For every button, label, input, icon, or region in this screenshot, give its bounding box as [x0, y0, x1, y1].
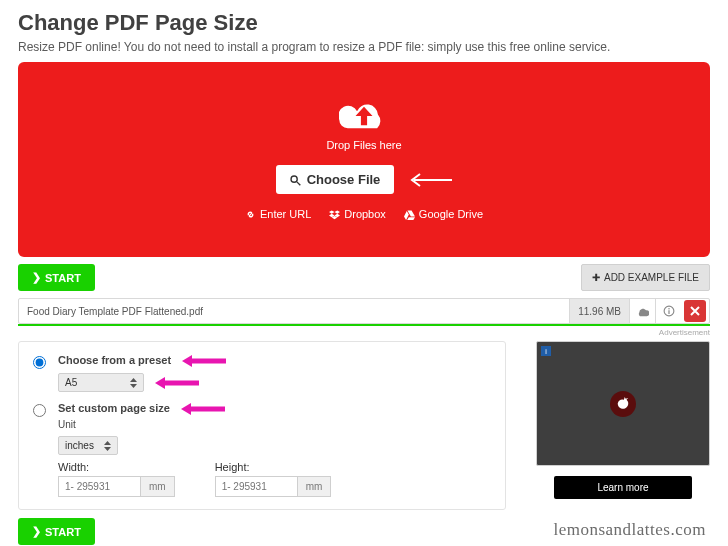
- drop-label: Drop Files here: [326, 139, 401, 151]
- source-links: Enter URL Dropbox Google Drive: [245, 208, 483, 220]
- unit-select[interactable]: inches: [58, 436, 118, 455]
- choose-file-button[interactable]: Choose File: [276, 165, 395, 194]
- arrow-left-icon: [408, 173, 452, 187]
- preset-select[interactable]: A5: [58, 373, 144, 392]
- dropbox-link[interactable]: Dropbox: [329, 208, 386, 220]
- ad-creative[interactable]: i: [536, 341, 710, 466]
- preset-label: Choose from a preset: [58, 354, 171, 366]
- width-label: Width:: [58, 461, 175, 473]
- link-icon: [245, 209, 256, 220]
- svg-marker-9: [155, 377, 165, 389]
- file-name: Food Diary Template PDF Flattened.pdf: [19, 306, 569, 317]
- custom-radio[interactable]: [33, 404, 46, 417]
- google-drive-link[interactable]: Google Drive: [404, 208, 483, 220]
- page-subtitle: Resize PDF online! You do not need to in…: [18, 40, 710, 54]
- svg-rect-5: [668, 310, 669, 314]
- chevron-right-icon: ❯: [32, 271, 41, 284]
- width-unit: mm: [140, 476, 175, 497]
- google-drive-icon: [404, 209, 415, 220]
- height-label: Height:: [215, 461, 332, 473]
- pink-arrow-icon: [155, 377, 199, 389]
- choose-file-label: Choose File: [307, 172, 381, 187]
- chevron-right-icon: ❯: [32, 525, 41, 538]
- preset-radio[interactable]: [33, 356, 46, 369]
- remove-file-button[interactable]: [684, 300, 706, 322]
- info-icon[interactable]: [655, 299, 681, 323]
- dropbox-icon: [329, 209, 340, 220]
- pink-arrow-icon: [182, 355, 226, 367]
- download-icon[interactable]: [629, 299, 655, 323]
- watermark-text: lemonsandlattes.com: [553, 520, 706, 540]
- page-title: Change PDF Page Size: [18, 10, 710, 36]
- learn-more-button[interactable]: Learn more: [554, 476, 692, 499]
- height-input[interactable]: [215, 476, 297, 497]
- pink-arrow-icon: [181, 403, 225, 415]
- start-button-bottom[interactable]: ❯ START: [18, 518, 95, 545]
- ad-logo-icon: [610, 391, 636, 417]
- svg-marker-7: [182, 355, 192, 367]
- advertisement-block: i Learn more: [536, 341, 710, 510]
- file-row: Food Diary Template PDF Flattened.pdf 11…: [18, 298, 710, 324]
- svg-marker-11: [181, 403, 191, 415]
- progress-bar: [18, 324, 710, 326]
- start-button-top[interactable]: ❯ START: [18, 264, 95, 291]
- settings-panel: Choose from a preset A5 Set custom page …: [18, 341, 506, 510]
- svg-point-4: [668, 308, 670, 310]
- custom-label: Set custom page size: [58, 402, 170, 414]
- add-example-button[interactable]: ✚ ADD EXAMPLE FILE: [581, 264, 710, 291]
- search-icon: [290, 172, 301, 187]
- height-unit: mm: [297, 476, 332, 497]
- width-input[interactable]: [58, 476, 140, 497]
- cloud-upload-icon: [339, 99, 389, 133]
- enter-url-link[interactable]: Enter URL: [245, 208, 311, 220]
- plus-icon: ✚: [592, 272, 600, 283]
- svg-point-0: [291, 176, 297, 182]
- file-size: 11.96 MB: [569, 299, 629, 323]
- drop-zone[interactable]: Drop Files here Choose File Enter URL Dr…: [18, 62, 710, 257]
- svg-line-1: [297, 182, 300, 185]
- unit-label: Unit: [58, 419, 491, 430]
- advertisement-label: Advertisement: [18, 328, 710, 337]
- ad-info-icon: i: [541, 346, 551, 356]
